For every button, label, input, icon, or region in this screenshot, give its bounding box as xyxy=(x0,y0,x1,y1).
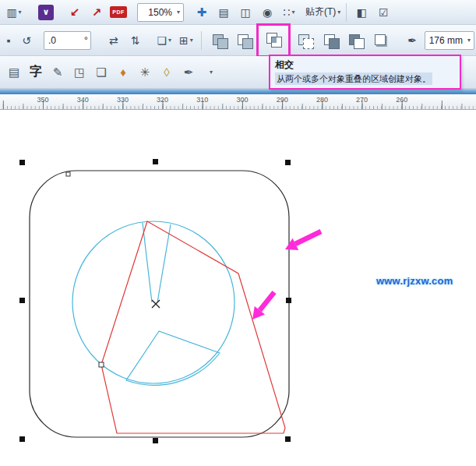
degree-unit: ° xyxy=(84,35,88,46)
print-merge-button[interactable]: ▥▾ xyxy=(4,2,24,23)
weld-button[interactable] xyxy=(208,28,228,53)
outline-width-combo[interactable]: 176 mm▾ xyxy=(425,31,474,50)
selection-handle[interactable] xyxy=(19,298,25,303)
order-button[interactable]: ❏▾ xyxy=(154,30,175,51)
rotate-icon: ↺ xyxy=(22,34,31,47)
rotation-angle-field[interactable]: ° xyxy=(44,31,91,50)
red-polygon[interactable] xyxy=(101,221,285,433)
character-formatting-button[interactable]: 字 xyxy=(26,62,46,83)
bottom-fan-shape[interactable] xyxy=(126,331,220,385)
corner-node[interactable] xyxy=(66,172,70,176)
selection-handle[interactable] xyxy=(19,160,25,165)
rotate-button[interactable]: ↺ xyxy=(16,30,37,51)
pen-tool-button[interactable]: ✎ xyxy=(48,62,68,83)
pencil-icon: ✎ xyxy=(53,65,63,79)
app-launcher-button[interactable]: ∨ xyxy=(36,2,56,23)
zoom-level-combo[interactable]: 150%▾ xyxy=(137,3,184,22)
mirror-horizontal-button[interactable]: ⇄ xyxy=(104,30,124,51)
welcome-button[interactable]: ◧ xyxy=(351,2,372,23)
horizontal-ruler[interactable]: 350340330320310300290280270260 xyxy=(0,94,476,110)
curve-node[interactable] xyxy=(99,362,104,367)
drawing-svg xyxy=(0,110,476,466)
layer-button[interactable]: ❏ xyxy=(91,62,111,83)
chevron-down-icon: ▾ xyxy=(291,9,294,16)
pan-button[interactable]: ✚ xyxy=(192,2,212,23)
page-icon: ◫ xyxy=(240,6,250,19)
lock-button[interactable]: ▪ xyxy=(2,30,15,51)
selection-handle[interactable] xyxy=(285,436,291,442)
pan-icon: ✚ xyxy=(197,5,207,19)
annotation-arrow-upper xyxy=(285,231,321,250)
artistic-media-button[interactable]: ✳ xyxy=(135,62,155,83)
color-button[interactable]: ♦ xyxy=(113,62,133,83)
intersect-button[interactable] xyxy=(262,26,285,51)
watermark-text: www.rjzxw.com xyxy=(376,275,453,287)
circle-shape[interactable] xyxy=(72,221,234,383)
coreldraw-window: ▥▾ ∨ ↙ ↗ PDF 150%▾ ✚ ▤ ◫ ◉ ∷▾ 贴齐(T)▾ ◧ ☑… xyxy=(0,0,476,466)
rulers-button[interactable]: ▤ xyxy=(213,2,234,23)
import-icon: ↙ xyxy=(70,5,80,19)
dynamic-guides-button[interactable]: ∷▾ xyxy=(279,2,299,23)
artistic-media-icon: ✳ xyxy=(140,65,150,79)
chevron-down-icon: ▾ xyxy=(190,37,193,44)
selection-handle[interactable] xyxy=(286,298,291,303)
crop-tool-button[interactable]: ◳ xyxy=(69,62,90,83)
chevron-down-icon: ▾ xyxy=(467,37,471,44)
selection-handle[interactable] xyxy=(19,436,25,442)
selection-handle[interactable] xyxy=(285,160,291,165)
chevron-down-icon: ▾ xyxy=(210,69,213,76)
page-view-button[interactable]: ◫ xyxy=(235,2,256,23)
trim-button[interactable] xyxy=(233,28,253,53)
ruler-label: 300 xyxy=(236,96,248,104)
options-button[interactable]: ☑ xyxy=(373,2,393,23)
bezier-button[interactable]: ✒ xyxy=(178,62,199,83)
mirror-vertical-icon: ⇅ xyxy=(131,34,140,47)
app-launcher-icon: ∨ xyxy=(38,5,54,20)
selection-handle[interactable] xyxy=(153,438,158,443)
ruler-label: 350 xyxy=(37,96,48,104)
ruler-label: 340 xyxy=(77,96,89,104)
angle-input[interactable] xyxy=(47,34,83,47)
back-minus-front-button[interactable] xyxy=(344,28,365,53)
color-icon: ♦ xyxy=(120,65,126,79)
drawing-canvas[interactable]: www.rjzxw.com xyxy=(0,110,476,466)
print-merge-icon: ▥ xyxy=(6,6,16,19)
export-button[interactable]: ↗ xyxy=(86,2,107,23)
front-minus-back-button[interactable] xyxy=(319,28,340,53)
snap-to-label: 贴齐(T) xyxy=(305,5,336,19)
eye-icon: ◉ xyxy=(263,6,272,19)
standard-toolbar: ▥▾ ∨ ↙ ↗ PDF 150%▾ ✚ ▤ ◫ ◉ ∷▾ 贴齐(T)▾ ◧ ☑ xyxy=(0,0,476,25)
rounded-square-shape[interactable] xyxy=(30,171,289,437)
align-button[interactable]: ⊞▾ xyxy=(176,30,196,51)
show-hide-button[interactable]: ◉ xyxy=(257,2,277,23)
separator xyxy=(346,3,347,22)
dropper-combo-button[interactable]: ▾ xyxy=(200,62,220,83)
top-wedge-lines[interactable] xyxy=(143,223,171,302)
export-icon: ↗ xyxy=(92,5,102,19)
tooltip-description: 从两个或多个对象重叠的区域创建对象。 xyxy=(275,72,432,85)
character-icon: 字 xyxy=(30,64,42,80)
chevron-down-icon: ▾ xyxy=(168,37,171,44)
zoom-level-value: 150% xyxy=(141,7,172,18)
simplify-button[interactable] xyxy=(294,28,314,53)
align-icon: ⊞ xyxy=(179,34,189,47)
intersect-highlight-box xyxy=(256,23,291,58)
ruler-label: 270 xyxy=(356,96,368,104)
pen-nib-icon: ✒ xyxy=(184,65,194,79)
outline-pen-icon: ✒ xyxy=(407,34,417,47)
mirror-vertical-button[interactable]: ⇅ xyxy=(125,30,146,51)
selection-handle[interactable] xyxy=(153,159,158,164)
options-icon: ☑ xyxy=(379,6,389,19)
center-marker xyxy=(152,300,160,308)
fill-button[interactable]: ◊ xyxy=(157,62,177,83)
ruler-label: 280 xyxy=(316,96,328,104)
format-area-button[interactable]: ▤ xyxy=(4,62,24,83)
import-button[interactable]: ↙ xyxy=(65,2,85,23)
snap-to-button[interactable]: 贴齐(T)▾ xyxy=(305,2,341,23)
outline-pen-button[interactable]: ✒ xyxy=(402,30,422,51)
fill-icon: ◊ xyxy=(164,65,169,79)
separator xyxy=(201,31,202,50)
create-boundary-button[interactable] xyxy=(370,28,390,53)
publish-pdf-button[interactable]: PDF xyxy=(108,2,129,23)
ruler-label: 260 xyxy=(396,96,407,104)
